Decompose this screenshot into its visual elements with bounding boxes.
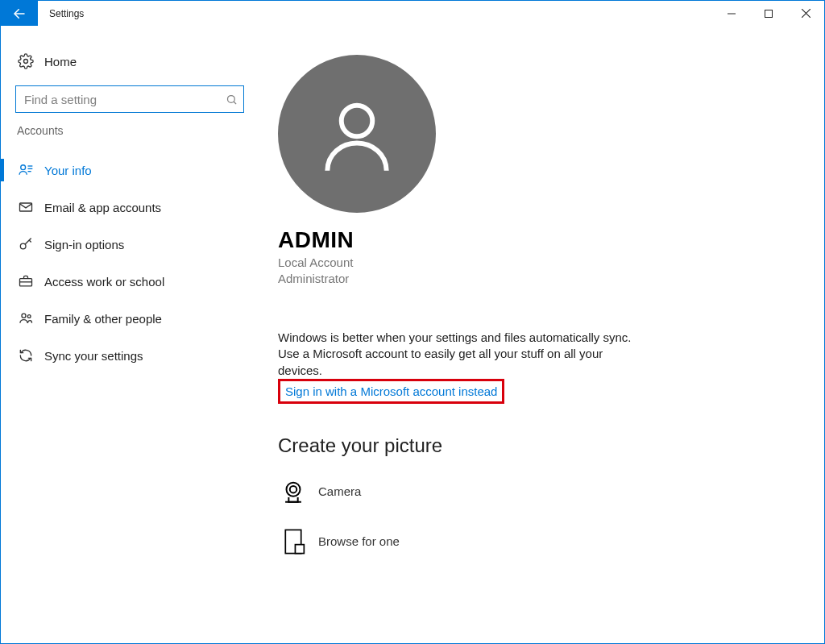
home-label: Home [44,55,77,69]
maximize-icon [765,10,773,18]
nav-your-info[interactable]: Your info [1,152,259,189]
body: Home Accounts [1,26,824,643]
signin-link-highlight: Sign in with a Microsoft account instead [278,379,504,404]
svg-rect-25 [295,544,304,553]
create-picture-title: Create your picture [278,434,776,457]
picture-option-browse[interactable]: Browse for one [278,526,776,557]
nav-label: Sync your settings [44,349,143,363]
nav-label: Access work or school [44,275,164,289]
title-bar: Settings [1,1,824,26]
minimize-button[interactable] [713,1,750,26]
search-icon [224,92,238,106]
envelope-icon [17,198,35,216]
sync-icon [17,347,35,364]
nav-list: Your info Email & app accounts [1,147,259,374]
maximize-button[interactable] [750,1,787,26]
nav-email-app[interactable]: Email & app accounts [1,189,259,226]
people-icon [17,310,35,327]
nav-family[interactable]: Family & other people [1,300,259,337]
search-input[interactable] [21,92,224,107]
minimize-icon [728,10,736,18]
browse-icon [278,526,309,557]
svg-point-19 [27,315,31,318]
nav-label: Family & other people [44,312,162,326]
svg-line-15 [29,240,31,243]
svg-point-20 [342,106,373,137]
svg-rect-2 [765,10,773,17]
window-caption-buttons [713,1,824,26]
search-wrap [15,85,244,113]
settings-window: Settings Home [0,0,825,644]
person-icon [313,89,401,178]
briefcase-icon [17,272,35,290]
svg-point-18 [22,314,26,318]
key-icon [17,235,35,253]
sync-blurb: Windows is better when your settings and… [278,330,649,379]
window-title: Settings [38,1,84,26]
svg-point-5 [24,60,28,64]
gear-icon [17,52,35,70]
back-button[interactable] [1,1,38,26]
picture-option-label: Camera [318,484,361,498]
signin-microsoft-link[interactable]: Sign in with a Microsoft account instead [285,384,497,398]
arrow-left-icon [12,6,27,21]
home-nav[interactable]: Home [1,44,259,79]
account-name: ADMIN [278,227,776,253]
svg-point-8 [21,165,26,170]
nav-sync[interactable]: Sync your settings [1,337,259,374]
picture-option-camera[interactable]: Camera [278,476,776,507]
svg-rect-12 [20,203,32,211]
content: ADMIN Local Account Administrator Window… [259,26,824,643]
svg-point-13 [20,243,26,249]
avatar [278,55,436,213]
svg-point-6 [227,95,234,102]
account-role: Administrator [278,271,776,287]
svg-point-22 [290,486,297,493]
nav-label: Sign-in options [44,238,124,251]
nav-label: Email & app accounts [44,201,161,214]
sidebar: Home Accounts [1,26,259,643]
camera-icon [278,476,309,507]
nav-label: Your info [44,164,92,177]
nav-access-work[interactable]: Access work or school [1,263,259,300]
account-type: Local Account [278,255,776,271]
nav-signin-options[interactable]: Sign-in options [1,226,259,263]
close-icon [802,9,810,18]
person-badge-icon [17,161,35,179]
section-header: Accounts [1,124,259,142]
svg-point-21 [287,482,301,496]
picture-option-label: Browse for one [318,534,400,548]
close-button[interactable] [787,1,824,26]
svg-line-7 [234,102,236,104]
search-box[interactable] [15,85,244,113]
